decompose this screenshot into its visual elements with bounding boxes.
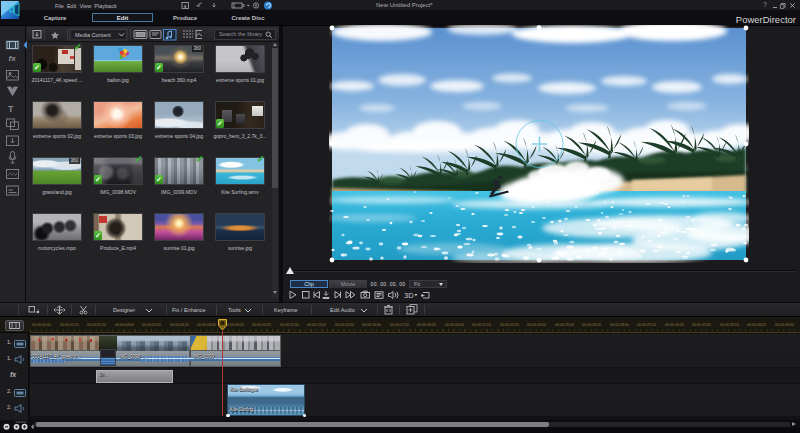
- svg-text:T: T: [8, 104, 14, 114]
- svg-text:Designer: Designer: [113, 307, 135, 313]
- svg-text:Media Content: Media Content: [75, 32, 111, 38]
- svg-text:Tools: Tools: [228, 307, 241, 313]
- svg-text:Keyframe: Keyframe: [274, 307, 298, 313]
- svg-text:fx: fx: [9, 54, 17, 63]
- svg-text:Fix / Enhance: Fix / Enhance: [172, 307, 206, 313]
- svg-text:Edit Audio: Edit Audio: [330, 307, 355, 313]
- svg-text:3D: 3D: [404, 291, 414, 300]
